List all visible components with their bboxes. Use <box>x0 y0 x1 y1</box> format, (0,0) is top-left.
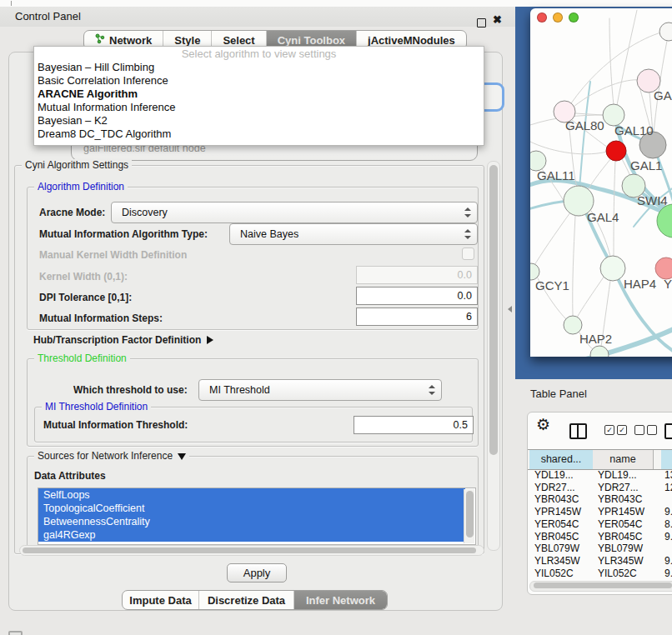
mi-threshold-field[interactable]: 0.5 <box>354 416 474 434</box>
table-header-row: shared...nameA <box>528 449 672 470</box>
algorithm-item-bayesian-k2[interactable]: Bayesian – K2 <box>34 114 484 128</box>
table-cell: YPR145W <box>598 506 644 518</box>
panel-title: Control Panel <box>15 10 81 22</box>
tab-label: Impute Data <box>129 594 191 607</box>
kernel-width-field[interactable]: 0.0 <box>356 266 478 284</box>
network-edge <box>579 82 590 200</box>
table-cell: YDR27... <box>598 482 639 494</box>
mi-algorithm-type-combo[interactable]: Naive Bayes <box>229 223 478 245</box>
algorithm-item-dream8-dc-tdc-algorithm[interactable]: Dream8 DC_TDC Algorithm <box>34 128 484 141</box>
table-row[interactable]: YBL079WYBL079W <box>528 542 672 555</box>
algorithm-item-aracne-algorithm[interactable]: ARACNE Algorithm <box>34 88 484 101</box>
table-row[interactable]: YDR27...YDR27...12 <box>528 482 672 494</box>
tab-impute-data[interactable]: Impute Data <box>123 591 199 609</box>
sources-group-title[interactable]: Sources for Network Inference <box>34 450 189 462</box>
column-header-name[interactable]: name <box>593 450 654 469</box>
table-row[interactable]: YLR345WYLR345W9. <box>528 555 672 568</box>
minimized-panel-icon[interactable] <box>8 631 23 635</box>
table-cell: 9. <box>664 568 672 580</box>
table-horizontal-scrollbar[interactable] <box>529 581 672 592</box>
table-row[interactable]: YER054CYER054C8. <box>528 518 672 531</box>
table-cell: YBL079W <box>534 542 579 555</box>
kernel-width-label: Kernel Width (0,1): <box>39 271 128 282</box>
table-panel: ⚙ ✓ ✓ shared...nameA YDL19...YDL19...13Y… <box>527 412 672 595</box>
node-label-gal: GAL <box>654 88 672 102</box>
table-cell: YDR27... <box>534 482 575 494</box>
algorithm-item-bayesian-hill-climbing[interactable]: Bayesian – Hill Climbing <box>34 61 484 74</box>
algorithm-item-basic-correlation-inference[interactable]: Basic Correlation Inference <box>34 74 484 88</box>
horizontal-scrollbar-thumb[interactable] <box>23 548 476 553</box>
algorithm-item-mutual-information-inference[interactable]: Mutual Information Inference <box>34 101 484 114</box>
checked-checkbox-icon[interactable]: ✓ <box>604 425 614 435</box>
table-cell: YBL079W <box>598 542 643 555</box>
checked-checkbox-icon[interactable]: ✓ <box>617 425 627 435</box>
attribute-item-topologicalcoefficient[interactable]: TopologicalCoefficient <box>38 502 465 515</box>
table-cell: YPR145W <box>534 506 581 518</box>
tab-label: Infer Network <box>306 594 375 607</box>
column-header-a[interactable]: A <box>661 450 672 469</box>
column-header-shared[interactable]: shared... <box>529 450 594 469</box>
expand-right-icon <box>207 336 213 344</box>
attribute-item-betweennesscentrality[interactable]: BetweennessCentrality <box>38 515 465 528</box>
window-minimize-icon[interactable] <box>553 12 563 22</box>
settings-horizontal-scrollbar[interactable] <box>19 545 484 556</box>
data-attributes-list: SelfLoopsTopologicalCoefficientBetweenne… <box>38 488 476 545</box>
network-edge <box>577 276 604 318</box>
close-icon[interactable]: ✖ <box>493 13 502 26</box>
hub-definition-toggle[interactable]: Hub/Transcription Factor Definition <box>33 334 213 346</box>
which-threshold-combo[interactable]: MI Threshold <box>198 379 442 401</box>
network-view-window[interactable]: GALGAL80GAL10GAL1GAL11SWI4GAL4GCY1HAP4YH… <box>530 8 672 357</box>
table-row[interactable]: YBR045CYBR045C9. <box>528 531 672 543</box>
app-root: Control Panel ✖ NetworkStyleSelectCyni T… <box>0 0 672 635</box>
cyni-algorithm-settings-group: Cyni Algorithm Settings Algorithm Defini… <box>14 165 484 554</box>
which-threshold-label: Which threshold to use: <box>73 384 188 396</box>
aracne-mode-combo[interactable]: Discovery <box>111 202 478 223</box>
table-row[interactable]: YDL19...YDL19...13 <box>528 469 672 482</box>
table-cell: YIL052C <box>534 568 574 580</box>
table-cell: 8. <box>664 518 672 531</box>
network-node[interactable] <box>659 22 672 41</box>
gear-icon[interactable]: ⚙ <box>536 414 550 436</box>
table-rows: YDL19...YDL19...13YDR27...YDR27...12YBR0… <box>528 469 672 580</box>
node-label-gal80: GAL80 <box>565 118 604 132</box>
unchecked-checkbox-icon[interactable] <box>634 425 644 435</box>
node-label-swi4: SWI4 <box>637 193 668 208</box>
sources-title-text: Sources for Network Inference <box>38 450 173 462</box>
table-cell: YDL19... <box>534 469 574 482</box>
dpi-tolerance-field[interactable]: 0.0 <box>356 287 478 305</box>
tab-discretize-data[interactable]: Discretize Data <box>199 591 294 609</box>
columns-icon[interactable] <box>569 423 587 439</box>
table-scrollbar-thumb[interactable] <box>534 582 672 588</box>
network-node[interactable] <box>600 256 625 281</box>
manual-kernel-width-checkbox[interactable] <box>462 248 474 260</box>
vertical-scrollbar-thumb[interactable] <box>489 165 498 455</box>
tab-infer-network[interactable]: Infer Network <box>294 591 387 609</box>
settings-vertical-scrollbar[interactable] <box>487 161 500 551</box>
attribute-list-scrollbar[interactable] <box>464 489 474 543</box>
unchecked-checkbox-icon[interactable] <box>647 425 657 435</box>
float-window-icon[interactable] <box>477 18 486 28</box>
node-label-gcy1: GCY1 <box>535 278 569 292</box>
mi-steps-field[interactable]: 6 <box>356 308 478 326</box>
window-close-icon[interactable] <box>537 12 547 22</box>
apply-button[interactable]: Apply <box>227 563 287 582</box>
function-icon[interactable] <box>664 423 672 439</box>
window-zoom-icon[interactable] <box>569 12 579 22</box>
stepper-icon <box>464 229 470 239</box>
stepper-icon <box>464 208 470 218</box>
network-node[interactable] <box>530 263 539 280</box>
dpi-tolerance-label: DPI Tolerance [0,1]: <box>39 292 132 303</box>
attribute-item-selfloops[interactable]: SelfLoops <box>38 488 465 502</box>
network-node[interactable] <box>606 141 626 161</box>
table-cell: 9. <box>664 531 672 543</box>
network-node[interactable] <box>590 346 609 357</box>
table-row[interactable]: YBR043CYBR043C <box>528 493 672 506</box>
split-pane-collapse-icon[interactable] <box>508 306 512 312</box>
network-edge <box>573 216 575 316</box>
which-threshold-value: MI Threshold <box>209 380 270 400</box>
network-graph[interactable]: GALGAL80GAL10GAL1GAL11SWI4GAL4GCY1HAP4YH… <box>530 8 672 357</box>
algorithm-popup-hint: Select algorithm to view settings <box>34 47 484 61</box>
table-row[interactable]: YPR145WYPR145W9. <box>528 506 672 518</box>
attribute-item-gal4rgexp[interactable]: gal4RGexp <box>38 528 465 542</box>
table-row[interactable]: YIL052CYIL052C9. <box>528 568 672 580</box>
